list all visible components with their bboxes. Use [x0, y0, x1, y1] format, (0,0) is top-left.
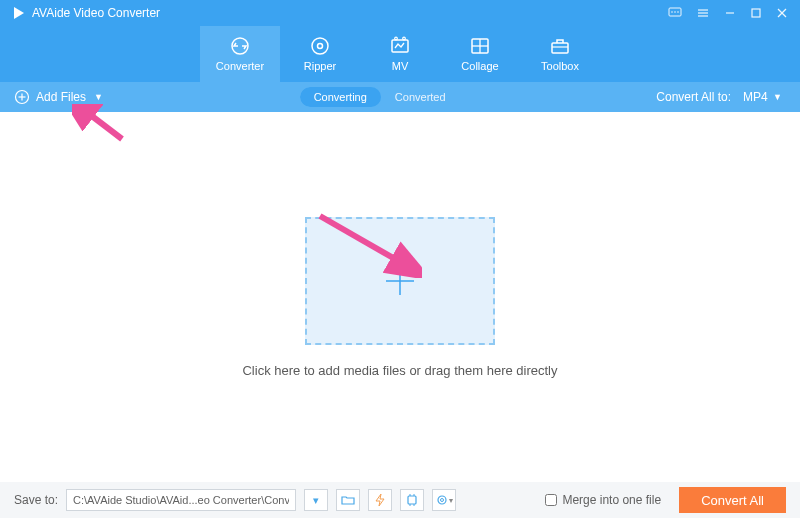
- folder-icon: [341, 494, 355, 506]
- mv-icon: [389, 36, 411, 56]
- svg-point-16: [395, 37, 398, 40]
- chip-icon: [405, 493, 419, 507]
- ripper-icon: [309, 36, 331, 56]
- main-area: Click here to add media files or drag th…: [0, 112, 800, 482]
- app-logo-icon: [12, 6, 26, 20]
- svg-point-35: [440, 499, 443, 502]
- window-controls: [668, 7, 788, 19]
- svg-point-17: [403, 37, 406, 40]
- high-speed-button[interactable]: [368, 489, 392, 511]
- menu-icon[interactable]: [696, 7, 710, 19]
- merge-label: Merge into one file: [562, 493, 661, 507]
- convert-all-button[interactable]: Convert All: [679, 487, 786, 513]
- format-select[interactable]: MP4: [737, 88, 786, 106]
- tab-ripper[interactable]: Ripper: [280, 26, 360, 82]
- maximize-icon[interactable]: [750, 7, 762, 19]
- settings-dropdown-button[interactable]: ▾: [432, 489, 456, 511]
- save-path-input[interactable]: [66, 489, 296, 511]
- svg-point-3: [674, 11, 676, 13]
- chevron-down-icon: ▾: [449, 496, 453, 505]
- add-files-button[interactable]: Add Files ▼: [14, 89, 103, 105]
- plus-icon: [380, 261, 420, 301]
- app-title: AVAide Video Converter: [32, 6, 668, 20]
- plus-circle-icon: [14, 89, 30, 105]
- tab-toolbox[interactable]: Toolbox: [520, 26, 600, 82]
- save-to-label: Save to:: [14, 493, 58, 507]
- collage-icon: [469, 36, 491, 56]
- footer-bar: Save to: ▾ ▾ Merge into one file Convert…: [0, 482, 800, 518]
- tab-label: Toolbox: [541, 60, 579, 72]
- gpu-accel-button[interactable]: [400, 489, 424, 511]
- tab-label: Ripper: [304, 60, 336, 72]
- svg-point-4: [677, 11, 679, 13]
- svg-point-13: [312, 38, 328, 54]
- pill-converting[interactable]: Converting: [300, 87, 381, 107]
- chevron-down-icon: ▾: [313, 494, 319, 507]
- svg-marker-0: [14, 7, 24, 19]
- titlebar: AVAide Video Converter: [0, 0, 800, 26]
- tab-label: Converter: [216, 60, 264, 72]
- pill-converted[interactable]: Converted: [381, 87, 460, 107]
- add-files-label: Add Files: [36, 90, 86, 104]
- merge-checkbox-input[interactable]: [545, 494, 557, 506]
- add-media-dropzone[interactable]: [305, 217, 495, 345]
- tab-label: MV: [392, 60, 409, 72]
- path-dropdown-button[interactable]: ▾: [304, 489, 328, 511]
- main-tabbar: Converter Ripper MV Collage Toolbox: [0, 26, 800, 82]
- minimize-icon[interactable]: [724, 7, 736, 19]
- toolbox-icon: [549, 36, 571, 56]
- convert-all-format: Convert All to: MP4 ▼: [656, 88, 786, 106]
- merge-checkbox[interactable]: Merge into one file: [545, 493, 661, 507]
- svg-rect-21: [552, 43, 568, 53]
- convert-all-label: Convert All to:: [656, 90, 731, 104]
- converter-icon: [229, 36, 251, 56]
- tab-collage[interactable]: Collage: [440, 26, 520, 82]
- lightning-icon: [374, 493, 386, 507]
- status-pills: Converting Converted: [300, 87, 460, 107]
- tab-label: Collage: [461, 60, 498, 72]
- tab-mv[interactable]: MV: [360, 26, 440, 82]
- svg-rect-9: [752, 9, 760, 17]
- svg-rect-29: [408, 496, 416, 504]
- gear-icon: [436, 494, 448, 506]
- feedback-icon[interactable]: [668, 7, 682, 19]
- tab-converter[interactable]: Converter: [200, 26, 280, 82]
- svg-point-14: [318, 44, 323, 49]
- chevron-down-icon: ▼: [94, 92, 103, 102]
- svg-marker-28: [376, 494, 384, 506]
- close-icon[interactable]: [776, 7, 788, 19]
- svg-point-34: [438, 496, 446, 504]
- svg-point-2: [671, 11, 673, 13]
- dropzone-hint: Click here to add media files or drag th…: [242, 363, 557, 378]
- open-folder-button[interactable]: [336, 489, 360, 511]
- subbar: Add Files ▼ Converting Converted Convert…: [0, 82, 800, 112]
